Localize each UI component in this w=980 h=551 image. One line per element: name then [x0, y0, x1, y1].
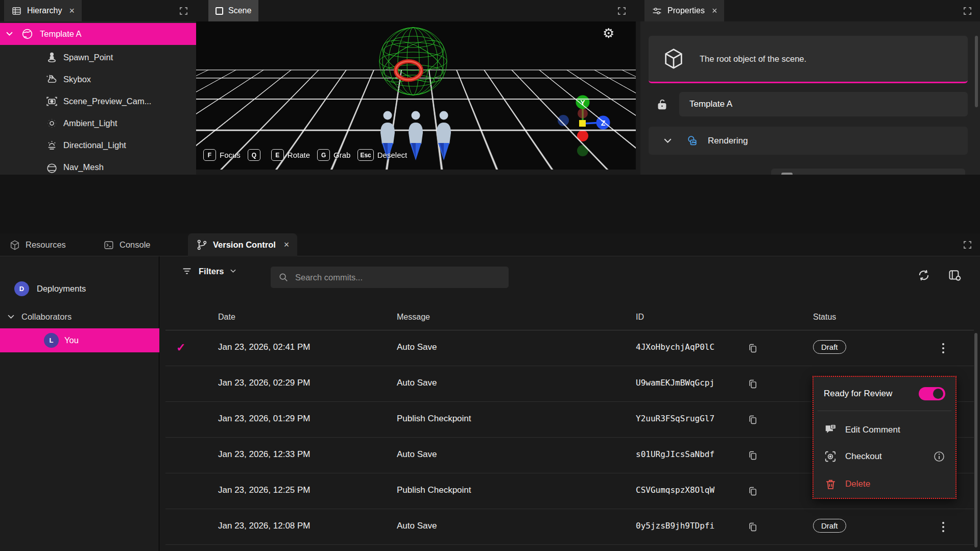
- tab-version-control[interactable]: Version Control ×: [188, 233, 297, 256]
- chevron-down-icon: [8, 315, 14, 319]
- axis-gizmo[interactable]: Y Z: [556, 92, 624, 167]
- row-menu-button[interactable]: [938, 519, 948, 535]
- scene-panel: Scene: [196, 0, 640, 175]
- commit-context-menu: Ready for Review Edit Comment Checkout: [812, 376, 957, 499]
- close-icon[interactable]: ×: [712, 6, 718, 16]
- directional-light-icon: [45, 139, 58, 152]
- xr-creator-studio-app: XR Creator Studio Project Edit Select Vi…: [0, 0, 980, 551]
- tab-hierarchy[interactable]: Hierarchy ×: [4, 0, 82, 21]
- globe-icon: [20, 28, 34, 41]
- object-name-value: Template A: [689, 99, 732, 109]
- scene-tabbar: Scene: [196, 0, 640, 21]
- root-object-description: The root object of the scene.: [700, 54, 806, 64]
- hierarchy-item-spawn-point[interactable]: Spawn_Point: [0, 46, 196, 68]
- lock-open-icon[interactable]: [656, 97, 669, 111]
- search-icon: [278, 272, 289, 283]
- you-avatar: L: [44, 333, 59, 348]
- expand-panel-icon[interactable]: [179, 7, 188, 15]
- menu-divider: [818, 411, 951, 411]
- root-object-card: The root object of the scene.: [649, 36, 968, 83]
- sidebar-item-collaborators[interactable]: Collaborators: [0, 307, 159, 326]
- version-control-main: Filters Date Message ID Status: [159, 256, 980, 551]
- copy-id-icon[interactable]: [748, 378, 758, 390]
- commit-row[interactable]: Jan 23, 2026, 12:08 PM Auto Save 0y5jzsB…: [165, 509, 974, 545]
- close-icon[interactable]: ×: [69, 6, 75, 16]
- hierarchy-tabbar: Hierarchy ×: [0, 0, 196, 21]
- properties-scrollbar[interactable]: [975, 36, 978, 107]
- sidebar-item-you[interactable]: L You: [0, 328, 159, 352]
- expand-panel-icon[interactable]: [963, 241, 972, 249]
- hierarchy-root-label: Template A: [40, 29, 82, 39]
- cube-icon: [662, 47, 685, 70]
- filters-button[interactable]: Filters: [181, 266, 236, 277]
- hierarchy-item-nav-mesh[interactable]: Nav_Mesh: [0, 156, 196, 175]
- status-badge: Draft: [813, 519, 846, 533]
- status-badge: Draft: [813, 340, 846, 354]
- current-commit-check-icon: ✓: [176, 341, 185, 354]
- checkout-icon: [824, 450, 837, 463]
- tab-properties[interactable]: Properties ×: [644, 0, 724, 21]
- hierarchy-item-skybox[interactable]: Skybox: [0, 68, 196, 90]
- menu-item-edit-comment[interactable]: Edit Comment: [814, 417, 955, 443]
- hierarchy-panel: Hierarchy × Template A Spawn_Point S: [0, 0, 196, 175]
- sidebar-item-deployments[interactable]: D Deployments: [0, 278, 159, 299]
- tab-properties-label: Properties: [667, 6, 705, 15]
- filters-label: Filters: [199, 267, 224, 276]
- ready-for-review-row[interactable]: Ready for Review: [814, 381, 955, 406]
- edit-comment-label: Edit Comment: [845, 425, 900, 435]
- scene-viewport[interactable]: Y Z ⚙ FFocus Q ERotate GGrab EscDeselect: [196, 21, 636, 170]
- copy-id-icon[interactable]: [748, 450, 758, 461]
- table-scrollbar[interactable]: [974, 333, 977, 547]
- resources-cube-icon: [9, 239, 20, 251]
- copy-id-icon[interactable]: [748, 486, 758, 497]
- chevron-down-icon: [230, 269, 236, 273]
- properties-tabbar: Properties ×: [640, 0, 980, 21]
- scene-icon: [216, 7, 223, 15]
- deployments-label: Deployments: [37, 284, 86, 294]
- object-name-field[interactable]: Template A: [679, 92, 968, 116]
- menu-item-checkout[interactable]: Checkout: [814, 443, 955, 470]
- camera-icon: [45, 95, 58, 108]
- collaborators-label: Collaborators: [21, 312, 71, 322]
- tab-scene[interactable]: Scene: [208, 0, 258, 21]
- refresh-icon[interactable]: [916, 268, 931, 283]
- header-id: ID: [636, 313, 644, 322]
- trash-icon: [824, 477, 837, 491]
- viewport-settings-gear-icon[interactable]: ⚙: [603, 27, 614, 40]
- expand-panel-icon[interactable]: [963, 7, 972, 15]
- version-control-sidebar: D Deployments Collaborators L You: [0, 256, 159, 551]
- search-commits-input[interactable]: [295, 273, 501, 282]
- ambient-light-icon: [45, 117, 58, 130]
- skybox-icon: [45, 73, 58, 86]
- header-status: Status: [813, 313, 836, 322]
- key-q: Q: [248, 149, 260, 161]
- panel-settings-icon[interactable]: [947, 268, 963, 283]
- wireframe-sphere[interactable]: [376, 23, 450, 105]
- chevron-down-icon: [6, 32, 13, 36]
- gizmo-y-label: Y: [580, 99, 585, 107]
- row-menu-button[interactable]: [938, 341, 948, 356]
- hierarchy-item-ambient-light[interactable]: Ambient_Light: [0, 112, 196, 134]
- copy-id-icon[interactable]: [748, 343, 758, 354]
- properties-sliders-icon: [652, 6, 662, 16]
- deployments-avatar: D: [14, 281, 29, 296]
- tab-console[interactable]: Console: [103, 233, 151, 256]
- search-commits-box[interactable]: [271, 267, 509, 288]
- hierarchy-item-scene-preview-cam[interactable]: Scene_Preview_Cam...: [0, 90, 196, 112]
- menu-item-delete[interactable]: Delete: [814, 471, 955, 497]
- hierarchy-root-row[interactable]: Template A: [0, 23, 196, 45]
- tab-resources[interactable]: Resources: [9, 233, 66, 256]
- hierarchy-item-directional-light[interactable]: Directional_Light: [0, 134, 196, 156]
- ready-for-review-toggle[interactable]: [919, 387, 945, 400]
- commit-row[interactable]: ✓ Jan 23, 2026, 02:41 PM Auto Save 4JXoH…: [165, 330, 974, 366]
- tab-version-control-label: Version Control: [213, 240, 276, 250]
- copy-id-icon[interactable]: [748, 414, 758, 425]
- expand-panel-icon[interactable]: [617, 7, 626, 15]
- rendering-section-header[interactable]: Rendering: [649, 127, 968, 155]
- commits-table-header: Date Message ID Status: [165, 307, 974, 330]
- close-icon[interactable]: ×: [284, 239, 290, 250]
- tab-console-label: Console: [119, 240, 151, 250]
- copy-id-icon[interactable]: [748, 521, 758, 533]
- info-icon[interactable]: [933, 450, 945, 463]
- tab-resources-label: Resources: [26, 240, 66, 250]
